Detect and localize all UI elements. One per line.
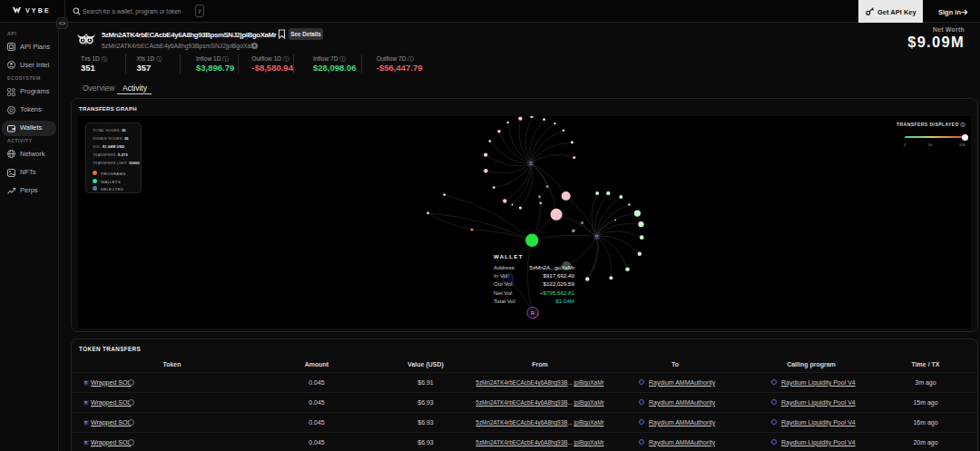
svg-text:R: R — [531, 310, 534, 316]
